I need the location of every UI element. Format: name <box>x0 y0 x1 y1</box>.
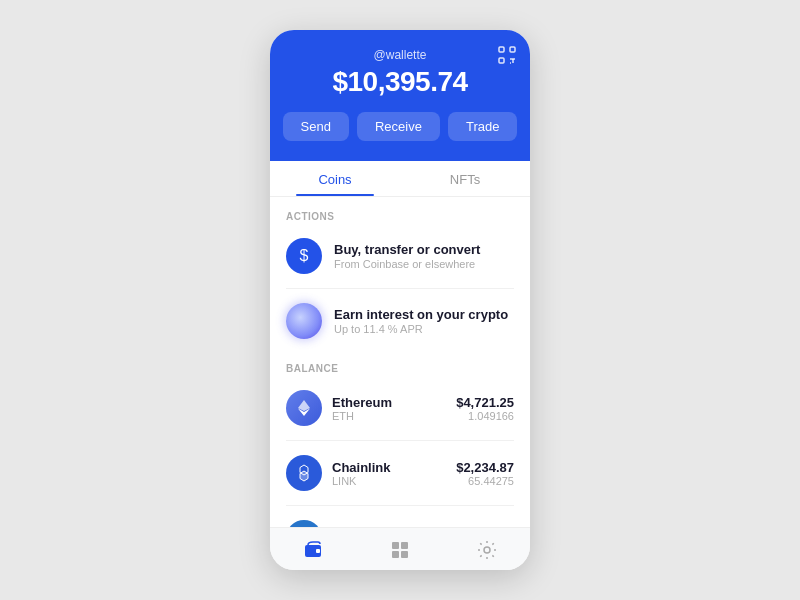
receive-button[interactable]: Receive <box>357 112 440 141</box>
buy-transfer-icon: $ <box>286 238 322 274</box>
main-content: ACTIONS $ Buy, transfer or convert From … <box>270 197 530 527</box>
svg-marker-6 <box>298 400 310 411</box>
nav-grid[interactable] <box>357 536 444 564</box>
trade-button[interactable]: Trade <box>448 112 517 141</box>
buy-transfer-item[interactable]: $ Buy, transfer or convert From Coinbase… <box>270 228 530 284</box>
coin-usdc[interactable]: $ USD Coin USDC $1,942.00 1,942.00 <box>270 510 530 527</box>
svg-rect-15 <box>401 542 408 549</box>
balance-section-label: BALANCE <box>270 349 530 380</box>
tab-nfts[interactable]: NFTs <box>400 161 530 196</box>
coin-chainlink[interactable]: Chainlink LINK $2,234.87 65.44275 <box>270 445 530 501</box>
buy-transfer-title: Buy, transfer or convert <box>334 242 480 257</box>
scan-icon[interactable] <box>498 46 516 68</box>
tabs-bar: Coins NFTs <box>270 161 530 197</box>
buy-transfer-subtitle: From Coinbase or elsewhere <box>334 258 480 270</box>
svg-rect-16 <box>392 551 399 558</box>
actions-section-label: ACTIONS <box>270 197 530 228</box>
divider-3 <box>286 505 514 506</box>
earn-interest-item[interactable]: Earn interest on your crypto Up to 11.4 … <box>270 293 530 349</box>
ethereum-name: Ethereum <box>332 395 446 410</box>
ethereum-symbol: ETH <box>332 410 446 422</box>
earn-interest-title: Earn interest on your crypto <box>334 307 508 322</box>
nav-wallet[interactable] <box>270 536 357 564</box>
chainlink-usd: $2,234.87 <box>456 460 514 475</box>
ethereum-icon <box>286 390 322 426</box>
coin-ethereum[interactable]: Ethereum ETH $4,721.25 1.049166 <box>270 380 530 436</box>
send-button[interactable]: Send <box>283 112 349 141</box>
chainlink-symbol: LINK <box>332 475 446 487</box>
earn-interest-subtitle: Up to 11.4 % APR <box>334 323 508 335</box>
svg-rect-1 <box>510 47 515 52</box>
earn-interest-icon <box>286 303 322 339</box>
username: @wallette <box>286 48 514 62</box>
action-buttons-group: Send Receive Trade <box>286 112 514 141</box>
chainlink-amount: 65.44275 <box>456 475 514 487</box>
header: @wallette $10,395.74 Send Receive Trade <box>270 30 530 161</box>
svg-rect-2 <box>499 58 504 63</box>
total-balance: $10,395.74 <box>286 66 514 98</box>
usdc-icon: $ <box>286 520 322 527</box>
divider-1 <box>286 288 514 289</box>
bottom-nav <box>270 527 530 570</box>
tab-coins[interactable]: Coins <box>270 161 400 196</box>
chainlink-icon <box>286 455 322 491</box>
svg-point-18 <box>484 547 490 553</box>
svg-rect-14 <box>392 542 399 549</box>
nav-settings[interactable] <box>443 536 530 564</box>
svg-rect-0 <box>499 47 504 52</box>
ethereum-amount: 1.049166 <box>456 410 514 422</box>
divider-2 <box>286 440 514 441</box>
svg-marker-9 <box>300 471 308 481</box>
ethereum-usd: $4,721.25 <box>456 395 514 410</box>
svg-rect-13 <box>316 549 320 553</box>
chainlink-name: Chainlink <box>332 460 446 475</box>
svg-rect-17 <box>401 551 408 558</box>
phone-container: @wallette $10,395.74 Send Receive Trade … <box>270 30 530 570</box>
